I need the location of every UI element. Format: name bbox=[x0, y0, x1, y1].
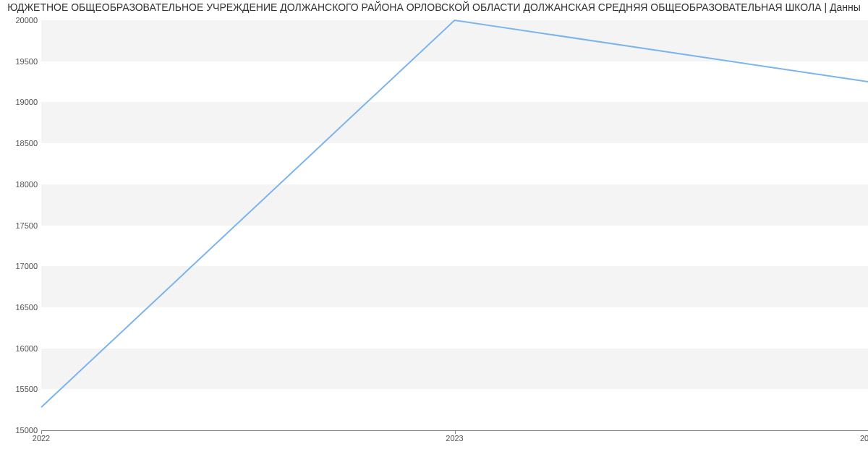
y-tick: 16500 bbox=[9, 303, 38, 312]
x-tick: 2022 bbox=[33, 434, 50, 443]
chart-title: ЮДЖЕТНОЕ ОБЩЕОБРАЗОВАТЕЛЬНОЕ УЧРЕЖДЕНИЕ … bbox=[0, 1, 868, 13]
y-tick: 20000 bbox=[9, 16, 38, 25]
y-tick: 18000 bbox=[9, 180, 38, 189]
data-line bbox=[41, 20, 868, 430]
y-tick: 19500 bbox=[9, 57, 38, 66]
y-tick: 16000 bbox=[9, 344, 38, 353]
x-tick: 2023 bbox=[446, 434, 463, 443]
y-tick: 17500 bbox=[9, 221, 38, 230]
y-tick: 17000 bbox=[9, 262, 38, 270]
y-tick: 15500 bbox=[9, 385, 38, 393]
y-tick: 19000 bbox=[9, 98, 38, 106]
y-tick: 18500 bbox=[9, 139, 38, 148]
plot-area bbox=[41, 20, 868, 431]
x-tick: 2024 bbox=[860, 434, 868, 443]
